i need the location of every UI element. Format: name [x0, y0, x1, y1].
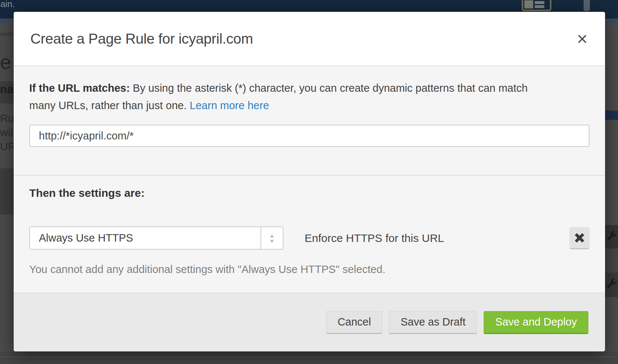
url-match-description: If the URL matches: By using the asteris…	[29, 80, 555, 114]
chevron-down-icon: ▼	[269, 239, 275, 243]
setting-select[interactable]: Always Use HTTPS ▲ ▼	[29, 226, 283, 250]
background-domain-text-fragment: ain.	[0, 0, 15, 9]
screen: ain. e nav Ru will UR Create a Page Rule…	[0, 0, 618, 364]
setting-row: Always Use HTTPS ▲ ▼ Enforce HTTPS for t…	[29, 226, 590, 250]
background-text-fragment: will	[0, 126, 16, 139]
background-row-gap	[605, 249, 618, 273]
url-match-section: If the URL matches: By using the asteris…	[14, 65, 605, 175]
background-text-fragment: Ru	[0, 112, 14, 125]
save-as-draft-button[interactable]: Save as Draft	[389, 311, 477, 334]
background-table-row-fragment	[0, 168, 14, 215]
cancel-button[interactable]: Cancel	[326, 311, 382, 334]
select-stepper[interactable]: ▲ ▼	[261, 227, 283, 249]
modal-footer: Cancel Save as Draft Save and Deploy	[14, 293, 605, 351]
modal-title: Create a Page Rule for icyapril.com	[30, 31, 253, 47]
grid-view-icon-bars	[535, 0, 544, 9]
modal-header: Create a Page Rule for icyapril.com ×	[14, 12, 605, 65]
background-text-fragment: e	[0, 50, 11, 73]
wrench-icon	[606, 230, 617, 242]
setting-description: Enforce HTTPS for this URL	[305, 232, 444, 245]
url-pattern-input[interactable]	[29, 125, 590, 147]
save-and-deploy-button[interactable]: Save and Deploy	[484, 311, 588, 334]
background-setting-row-fragment	[605, 273, 618, 297]
background-divider	[0, 357, 618, 357]
settings-heading: Then the settings are:	[29, 187, 590, 199]
url-match-label: If the URL matches:	[29, 82, 130, 94]
background-blue-button-fragment	[605, 111, 618, 120]
background-page-bottom	[0, 351, 618, 364]
remove-x-icon	[575, 233, 584, 243]
settings-note: You cannot add any additional settings w…	[29, 263, 590, 276]
close-icon[interactable]: ×	[576, 31, 588, 46]
setting-select-value: Always Use HTTPS	[30, 232, 261, 244]
grid-view-icon-block	[524, 0, 533, 9]
list-view-icon-fragment	[584, 0, 590, 11]
wrench-icon	[606, 278, 617, 289]
remove-setting-button[interactable]	[570, 227, 590, 249]
create-page-rule-modal: Create a Page Rule for icyapril.com × If…	[14, 12, 605, 351]
grid-view-icon	[522, 0, 551, 11]
background-section-edge	[0, 33, 14, 36]
learn-more-link[interactable]: Learn more here	[190, 100, 269, 111]
chevron-up-icon: ▲	[269, 233, 275, 238]
settings-section: Then the settings are: Always Use HTTPS …	[14, 175, 605, 293]
background-setting-row-fragment	[605, 225, 618, 249]
